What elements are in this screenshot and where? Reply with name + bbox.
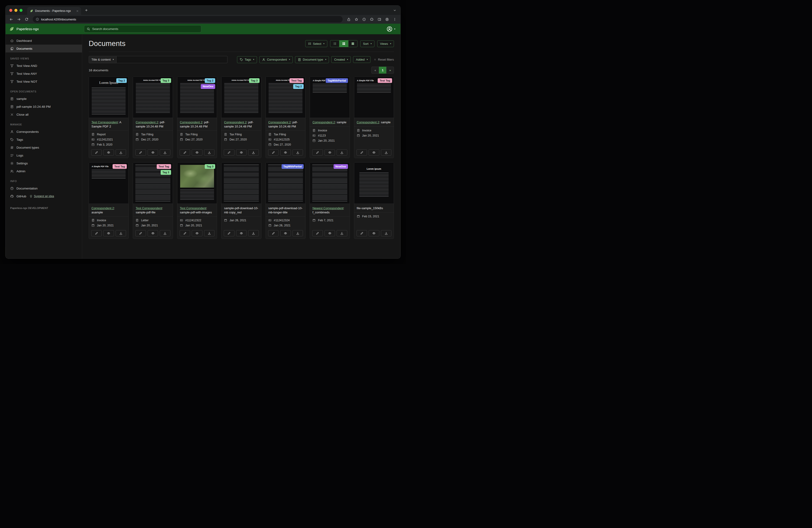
- document-card[interactable]: Adobe Acrobat PDF FilesTag 3Corresponden…: [133, 76, 173, 158]
- forward-button[interactable]: [16, 16, 22, 23]
- edit-document-button[interactable]: [91, 149, 102, 156]
- page-info-icon[interactable]: [361, 16, 367, 23]
- preview-document-button[interactable]: [148, 230, 158, 237]
- document-title[interactable]: Correspondent 2: pdf-sample 10.24.48 PM: [177, 118, 217, 130]
- document-title[interactable]: Correspondent 2: sample: [354, 118, 394, 127]
- preview-document-button[interactable]: [368, 230, 379, 237]
- app-brand[interactable]: Paperless-ngx: [9, 27, 84, 31]
- download-document-button[interactable]: [116, 230, 126, 237]
- document-card[interactable]: sample-pdf-download-10-mb copy_redJan 26…: [221, 162, 261, 239]
- correspondent-link[interactable]: Correspondent 2: [224, 120, 247, 124]
- github-link[interactable]: GitHub: [10, 195, 26, 198]
- sidebar-item-documentation[interactable]: Documentation: [5, 184, 82, 192]
- document-thumbnail[interactable]: A Simple PDF FileTagWithPartial: [310, 76, 349, 118]
- sidebar-item-documents[interactable]: Documents: [5, 45, 82, 53]
- document-title[interactable]: Newest Correspondent: f_combineds: [310, 204, 349, 216]
- edit-document-button[interactable]: [357, 230, 367, 237]
- grid-view-button[interactable]: [339, 40, 348, 47]
- sidebar-item-test-view-not[interactable]: Test View NOT: [5, 77, 82, 85]
- site-info-icon[interactable]: [36, 18, 39, 21]
- sidebar-item-test-view-any[interactable]: Test View ANY: [5, 70, 82, 77]
- download-document-button[interactable]: [248, 230, 259, 237]
- document-title[interactable]: Correspondent 2: sample: [310, 118, 349, 127]
- tag-badge[interactable]: Test Tag: [378, 78, 392, 83]
- correspondent-link[interactable]: Test Correspondent: [135, 206, 162, 210]
- global-search-input[interactable]: [92, 27, 199, 31]
- download-document-button[interactable]: [292, 230, 303, 237]
- correspondent-link[interactable]: Test Correspondent: [180, 206, 206, 210]
- browser-tab[interactable]: Documents - Paperless-ngx: [27, 7, 81, 15]
- edit-document-button[interactable]: [268, 230, 278, 237]
- preview-document-button[interactable]: [280, 230, 291, 237]
- document-card[interactable]: Adobe Acrobat PDF FilesTest TagTag 2Corr…: [265, 76, 305, 158]
- views-button[interactable]: Views ▾: [377, 40, 394, 47]
- reload-button[interactable]: [23, 16, 30, 23]
- document-thumbnail[interactable]: TagWithPartial: [266, 162, 305, 204]
- document-card[interactable]: Lorem IpsumTag 2Test Correspondent: A Sa…: [89, 76, 129, 158]
- document-card[interactable]: Adobe Acrobat PDF FilesTag 3Corresponden…: [221, 76, 261, 158]
- download-document-button[interactable]: [337, 149, 347, 156]
- document-thumbnail[interactable]: NewOne: [310, 162, 349, 204]
- filter-created-button[interactable]: Created▾: [331, 56, 351, 63]
- list-view-button[interactable]: [330, 40, 339, 47]
- bookmark-star-icon[interactable]: [353, 16, 360, 23]
- share-icon[interactable]: [345, 16, 352, 23]
- download-document-button[interactable]: [381, 149, 391, 156]
- document-card[interactable]: A Simple PDF FileTest TagCorrespondent 2…: [354, 76, 394, 158]
- document-title[interactable]: Test Correspondent: sample-pdf-with-imag…: [177, 204, 217, 216]
- document-thumbnail[interactable]: Lorem IpsumTag 2: [89, 76, 128, 118]
- details-view-button[interactable]: [348, 40, 358, 47]
- next-page-button[interactable]: »: [386, 67, 394, 74]
- document-card[interactable]: A Simple PDF FileTagWithPartialCorrespon…: [310, 76, 350, 158]
- prev-page-button[interactable]: «: [372, 67, 379, 74]
- tag-badge[interactable]: NewOne: [334, 164, 348, 169]
- edit-document-button[interactable]: [224, 230, 234, 237]
- document-card[interactable]: Lorem ipsumfile-sample_150kBsFeb 15, 202…: [354, 162, 394, 239]
- download-document-button[interactable]: [204, 230, 215, 237]
- filter-correspondent-button[interactable]: Correspondent▾: [259, 56, 293, 63]
- preview-document-button[interactable]: [236, 149, 247, 156]
- document-title[interactable]: Correspondent 2: pdf-sample 10.24.48 PM: [133, 118, 173, 130]
- document-title[interactable]: Correspondent 2: asample: [89, 204, 128, 216]
- tag-badge[interactable]: TagWithPartial: [326, 78, 348, 83]
- suggest-idea-link[interactable]: Suggest an idea: [29, 195, 54, 198]
- preview-document-button[interactable]: [103, 230, 114, 237]
- document-thumbnail[interactable]: Adobe Acrobat PDF FilesTag 3: [221, 76, 261, 118]
- tag-badge[interactable]: Test Tag: [157, 164, 171, 169]
- tag-badge[interactable]: Tag 3: [249, 78, 260, 83]
- document-title[interactable]: sample-pdf-download-10-mb-longer-title: [266, 204, 305, 216]
- download-document-button[interactable]: [248, 149, 259, 156]
- back-button[interactable]: [8, 16, 15, 23]
- document-card[interactable]: A Simple PDF FileTest TagCorrespondent 2…: [89, 162, 129, 239]
- preview-document-button[interactable]: [103, 149, 114, 156]
- tag-badge[interactable]: Tag 2: [205, 78, 215, 83]
- user-menu[interactable]: ▾: [387, 26, 395, 32]
- open-document-pdf-sample[interactable]: pdf-sample 10.24.48 PM: [5, 103, 82, 111]
- close-window-button[interactable]: [9, 9, 12, 12]
- global-search[interactable]: [84, 25, 201, 32]
- filter-query-input[interactable]: [117, 56, 228, 63]
- tag-badge[interactable]: Test Tag: [113, 164, 127, 169]
- tag-badge[interactable]: Tag 3: [205, 164, 215, 169]
- sidebar-item-logs[interactable]: Logs: [5, 152, 82, 159]
- document-title[interactable]: Correspondent 2: pdf-sample 10.24.48 PM: [266, 118, 305, 130]
- download-document-button[interactable]: [337, 230, 347, 237]
- preview-document-button[interactable]: [236, 230, 247, 237]
- tab-close-icon[interactable]: [76, 10, 79, 12]
- document-thumbnail[interactable]: Adobe Acrobat PDF FilesTag 2NewOne: [177, 76, 217, 118]
- correspondent-link[interactable]: Test Correspondent: [91, 120, 118, 124]
- sidebar-item-document-types[interactable]: Document types: [5, 143, 82, 152]
- document-title[interactable]: file-sample_150kBs: [354, 204, 394, 212]
- edit-document-button[interactable]: [312, 230, 323, 237]
- tag-badge[interactable]: Tag 3: [161, 170, 171, 175]
- edit-document-button[interactable]: [180, 149, 190, 156]
- document-title[interactable]: Test Correspondent: sample-pdf-file: [133, 204, 173, 216]
- sidebar-item-dashboard[interactable]: Dashboard: [5, 37, 82, 45]
- sidebar-item-settings[interactable]: Settings: [5, 159, 82, 167]
- edit-document-button[interactable]: [312, 149, 323, 156]
- document-card[interactable]: Test TagTag 3Test Correspondent: sample-…: [133, 162, 173, 239]
- preview-document-button[interactable]: [280, 149, 291, 156]
- side-panel-icon[interactable]: [376, 16, 383, 23]
- document-card[interactable]: Tag 3Test Correspondent: sample-pdf-with…: [177, 162, 217, 239]
- sort-button[interactable]: Sort ▾: [360, 40, 374, 47]
